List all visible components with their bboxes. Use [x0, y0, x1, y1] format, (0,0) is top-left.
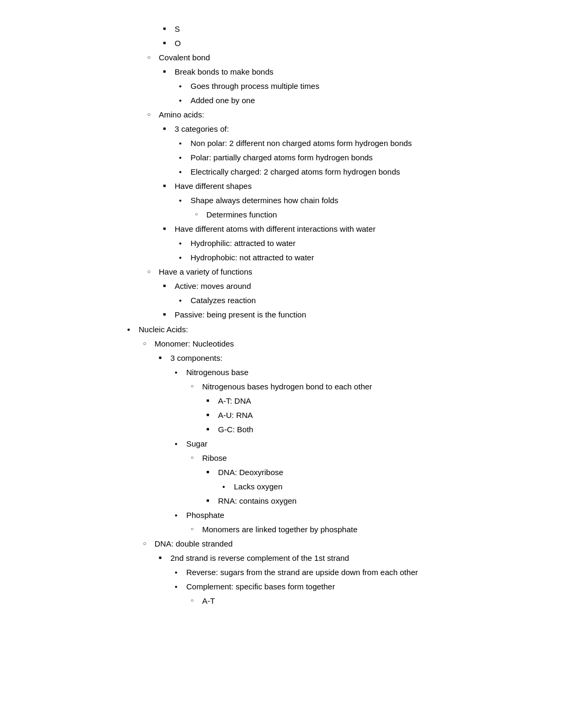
list-item: RNA: contains oxygen	[218, 495, 530, 507]
document-content: S O Covalent bond Break bonds to make bo…	[106, 23, 530, 607]
base-pairs-list: A-T: DNA A-U: RNA G-C: Both	[202, 395, 530, 436]
phosphate-children: Monomers are linked together by phosphat…	[186, 523, 530, 536]
sugar-children: Ribose DNA: Deoxyribose Lacks oxygen	[186, 452, 530, 507]
determines-list: Determines function	[191, 208, 530, 221]
list-item: Hydrophilic: attracted to water	[191, 237, 530, 250]
list-item: Complement: specific bases form together…	[186, 580, 530, 607]
list-item: O	[175, 37, 530, 50]
list-item: Sugar Ribose DNA: Deoxyribose	[186, 438, 530, 507]
ribose-children: DNA: Deoxyribose Lacks oxygen	[202, 466, 530, 507]
monomer-item: Monomer: Nucleotides 3 components: Nitro…	[155, 338, 530, 536]
list-item: Passive: being present is the function	[175, 308, 530, 321]
water-interactions-list: Hydrophilic: attracted to water Hydropho…	[175, 237, 530, 264]
process-list: Goes through process multiple times Adde…	[175, 80, 530, 107]
nucleic-acids-item: Nucleic Acids: Monomer: Nucleotides 3 co…	[139, 323, 530, 607]
complement-children: A-T	[186, 595, 530, 607]
amino-acids-children: 3 categories of: Non polar: 2 different …	[159, 123, 530, 264]
list-item: Covalent bond Break bonds to make bonds …	[159, 51, 530, 107]
nucleic-acids-children: Monomer: Nucleotides 3 components: Nitro…	[139, 338, 530, 607]
covalent-list: Covalent bond Break bonds to make bonds …	[127, 51, 530, 321]
list-item: Electrically charged: 2 charged atoms fo…	[191, 166, 530, 178]
list-item: 3 components: Nitrogenous base Nitrogeno…	[170, 352, 530, 536]
list-item: Hydrophobic: not attracted to water	[191, 251, 530, 264]
list-item: A-U: RNA	[218, 409, 530, 422]
categories-list: Non polar: 2 different non charged atoms…	[175, 137, 530, 178]
list-item: Monomers are linked together by phosphat…	[202, 523, 530, 536]
list-item: Nitrogenous base Nitrogenous bases hydro…	[186, 366, 530, 436]
list-item: Nitrogenous bases hydrogen bond to each …	[202, 380, 530, 436]
functions-list: Active: moves around Catalyzes reaction …	[159, 280, 530, 321]
list-item: Active: moves around Catalyzes reaction	[175, 280, 530, 307]
list-item: Break bonds to make bonds Goes through p…	[175, 66, 530, 107]
list-item: S	[175, 23, 530, 35]
s-o-list: S O	[127, 23, 530, 50]
list-item: Ribose DNA: Deoxyribose Lacks oxygen	[202, 452, 530, 507]
components-list: 3 components: Nitrogenous base Nitrogeno…	[155, 352, 530, 536]
list-item: Reverse: sugars from the strand are upsi…	[186, 566, 530, 579]
list-item: Phosphate Monomers are linked together b…	[186, 509, 530, 536]
three-components-list: Nitrogenous base Nitrogenous bases hydro…	[170, 366, 530, 536]
list-item: Added one by one	[191, 94, 530, 107]
list-item: 2nd strand is reverse complement of the …	[170, 552, 530, 607]
list-item: Have different atoms with different inte…	[175, 223, 530, 264]
shapes-list: Shape always determines how chain folds …	[175, 194, 530, 221]
list-item: A-T: DNA	[218, 395, 530, 407]
amino-acids-item: Amino acids: 3 categories of: Non polar:…	[159, 108, 530, 264]
deoxyribose-children: Lacks oxygen	[218, 480, 530, 493]
list-item: Non polar: 2 different non charged atoms…	[191, 137, 530, 150]
active-list: Catalyzes reaction	[175, 294, 530, 307]
strand-children: Reverse: sugars from the strand are upsi…	[170, 566, 530, 607]
nitrogenous-base-children: Nitrogenous bases hydrogen bond to each …	[186, 380, 530, 436]
variety-functions-item: Have a variety of functions Active: move…	[159, 266, 530, 321]
list-item: DNA: Deoxyribose Lacks oxygen	[218, 466, 530, 493]
break-bonds-list: Break bonds to make bonds Goes through p…	[159, 66, 530, 107]
list-item: Shape always determines how chain folds …	[191, 194, 530, 221]
list-item: Polar: partially charged atoms form hydr…	[191, 151, 530, 164]
list-item: Catalyzes reaction	[191, 294, 530, 307]
list-item: A-T	[202, 595, 530, 607]
dna-item: DNA: double stranded 2nd strand is rever…	[155, 538, 530, 607]
list-item: 3 categories of: Non polar: 2 different …	[175, 123, 530, 178]
list-item: G-C: Both	[218, 423, 530, 436]
list-item: Lacks oxygen	[234, 480, 530, 493]
list-item: Determines function	[206, 208, 530, 221]
nucleic-acids-section: Nucleic Acids: Monomer: Nucleotides 3 co…	[127, 323, 530, 607]
list-item: Have different shapes Shape always deter…	[175, 180, 530, 221]
list-item: Goes through process multiple times	[191, 80, 530, 93]
dna-children: 2nd strand is reverse complement of the …	[155, 552, 530, 607]
